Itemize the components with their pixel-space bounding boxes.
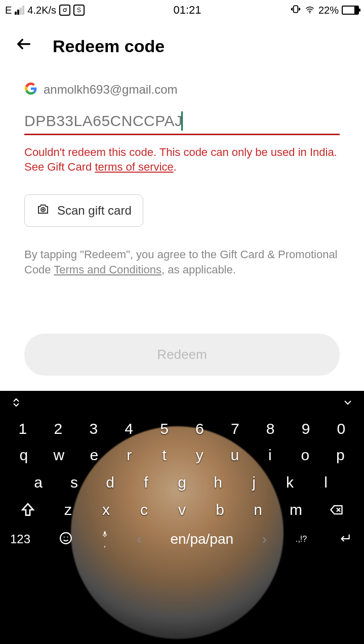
numeric-mode-key[interactable]: 123 bbox=[10, 532, 30, 546]
svg-point-0 bbox=[63, 9, 66, 12]
vibrate-icon bbox=[290, 4, 301, 17]
code-input-wrap[interactable] bbox=[24, 112, 340, 135]
key-2[interactable]: 2 bbox=[43, 420, 73, 437]
svg-point-1 bbox=[66, 8, 67, 9]
key-r[interactable]: r bbox=[114, 447, 144, 464]
keyboard-row-zxcv: z x c v b n m bbox=[0, 496, 364, 524]
instagram-icon bbox=[59, 5, 70, 16]
svg-point-6 bbox=[60, 533, 71, 544]
keyboard-expand-icon[interactable] bbox=[10, 396, 22, 411]
punctuation-key[interactable]: .,!? bbox=[296, 535, 307, 544]
key-a[interactable]: a bbox=[23, 474, 54, 491]
status-bar: E 4.2K/s S 01:21 22% bbox=[0, 0, 364, 20]
terms-of-service-link[interactable]: terms of service bbox=[95, 160, 173, 173]
keyboard: 1 2 3 4 5 6 7 8 9 0 q w e r t y u i o p … bbox=[0, 391, 364, 644]
keyboard-row-asdf: a s d f g h j k l bbox=[0, 469, 364, 496]
key-j[interactable]: j bbox=[239, 474, 269, 491]
svg-rect-2 bbox=[294, 6, 298, 12]
key-4[interactable]: 4 bbox=[114, 420, 144, 437]
terms-suffix: , as applicable. bbox=[161, 263, 236, 276]
svg-rect-9 bbox=[104, 531, 106, 535]
key-n[interactable]: n bbox=[243, 501, 273, 518]
key-q[interactable]: q bbox=[9, 447, 39, 464]
key-h[interactable]: h bbox=[203, 474, 233, 491]
network-type: E bbox=[5, 5, 12, 16]
key-9[interactable]: 9 bbox=[291, 420, 321, 437]
keyboard-collapse-icon[interactable] bbox=[342, 396, 354, 411]
error-message: Couldn't redeem this code. This code can… bbox=[24, 145, 340, 174]
scan-label: Scan gift card bbox=[57, 204, 132, 218]
key-k[interactable]: k bbox=[275, 474, 305, 491]
scan-gift-card-button[interactable]: Scan gift card bbox=[24, 194, 143, 227]
terms-text: By tapping "Redeem", you agree to the Gi… bbox=[24, 247, 340, 277]
account-email: anmolkh693@gmail.com bbox=[44, 83, 177, 97]
mic-key[interactable]: , bbox=[101, 530, 108, 549]
account-row: anmolkh693@gmail.com bbox=[24, 82, 340, 97]
key-l[interactable]: l bbox=[311, 474, 341, 491]
language-key[interactable]: en/pa/pan bbox=[171, 531, 234, 547]
svg-point-8 bbox=[67, 537, 68, 538]
key-g[interactable]: g bbox=[167, 474, 197, 491]
back-icon[interactable] bbox=[15, 35, 32, 57]
error-prefix: Couldn't redeem this code. This code can… bbox=[24, 146, 337, 173]
error-suffix: . bbox=[174, 160, 177, 173]
key-w[interactable]: w bbox=[44, 447, 74, 464]
key-m[interactable]: m bbox=[281, 501, 311, 518]
backspace-key[interactable] bbox=[319, 503, 354, 517]
prev-lang-key[interactable]: ‹ bbox=[137, 531, 141, 547]
battery-pct: 22% bbox=[318, 5, 339, 16]
key-o[interactable]: o bbox=[290, 447, 320, 464]
key-8[interactable]: 8 bbox=[255, 420, 286, 437]
header: Redeem code bbox=[0, 20, 364, 67]
key-7[interactable]: 7 bbox=[220, 420, 250, 437]
key-y[interactable]: y bbox=[184, 447, 215, 464]
key-e[interactable]: e bbox=[79, 447, 109, 464]
key-s[interactable]: s bbox=[59, 474, 90, 491]
data-speed: 4.2K/s bbox=[27, 5, 56, 16]
enter-key[interactable] bbox=[336, 532, 354, 547]
keyboard-footer: 123 , ‹ en/pa/pan › .,!? bbox=[0, 524, 364, 555]
key-3[interactable]: 3 bbox=[78, 420, 109, 437]
key-1[interactable]: 1 bbox=[8, 420, 38, 437]
key-c[interactable]: c bbox=[129, 501, 159, 518]
keyboard-row-qwerty: q w e r t y u i o p bbox=[0, 441, 364, 469]
key-b[interactable]: b bbox=[205, 501, 235, 518]
key-i[interactable]: i bbox=[255, 447, 285, 464]
shift-key[interactable] bbox=[10, 502, 46, 518]
key-t[interactable]: t bbox=[149, 447, 180, 464]
page-title: Redeem code bbox=[53, 36, 165, 56]
key-5[interactable]: 5 bbox=[149, 420, 180, 437]
svg-point-3 bbox=[309, 12, 310, 13]
key-6[interactable]: 6 bbox=[184, 420, 215, 437]
clock: 01:21 bbox=[85, 4, 290, 17]
keyboard-row-numbers: 1 2 3 4 5 6 7 8 9 0 bbox=[0, 416, 364, 441]
svg-point-7 bbox=[63, 537, 64, 538]
signal-icon bbox=[15, 6, 24, 15]
key-u[interactable]: u bbox=[220, 447, 250, 464]
google-logo-icon bbox=[24, 82, 37, 97]
key-v[interactable]: v bbox=[167, 501, 197, 518]
camera-icon bbox=[36, 203, 50, 218]
text-cursor bbox=[181, 111, 183, 131]
svg-point-5 bbox=[42, 209, 44, 211]
key-f[interactable]: f bbox=[131, 474, 161, 491]
key-x[interactable]: x bbox=[91, 501, 122, 518]
wifi-icon bbox=[304, 6, 315, 15]
emoji-key[interactable] bbox=[59, 532, 72, 547]
key-p[interactable]: p bbox=[325, 447, 355, 464]
key-0[interactable]: 0 bbox=[326, 420, 356, 437]
terms-and-conditions-link[interactable]: Terms and Conditions bbox=[54, 263, 161, 276]
key-z[interactable]: z bbox=[53, 501, 84, 518]
battery-icon bbox=[342, 6, 359, 15]
key-d[interactable]: d bbox=[95, 474, 126, 491]
next-lang-key[interactable]: › bbox=[262, 531, 267, 547]
app-icon: S bbox=[73, 5, 85, 16]
redeem-button[interactable]: Redeem bbox=[24, 334, 340, 376]
